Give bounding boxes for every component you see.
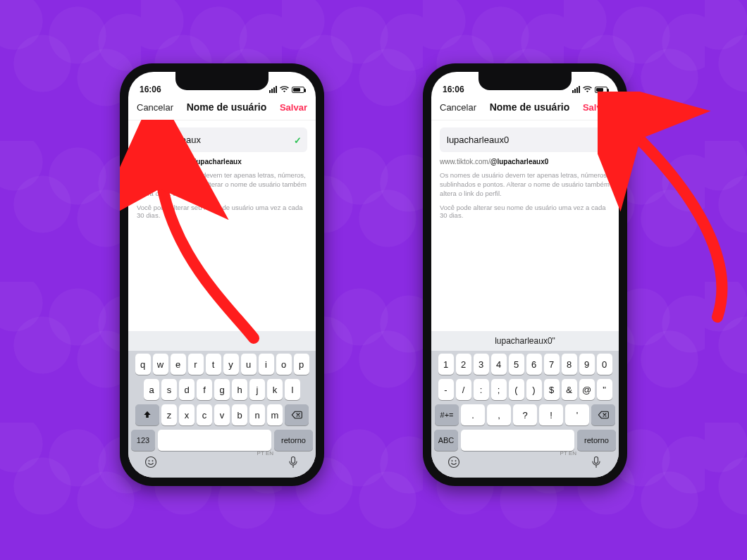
key-6[interactable]: 6 <box>526 354 542 375</box>
key-u[interactable]: u <box>241 354 257 375</box>
save-button[interactable]: Salvar <box>583 102 610 113</box>
key-w[interactable]: w <box>153 354 168 375</box>
dictation-key[interactable] <box>286 455 300 472</box>
key-z[interactable]: z <box>161 404 177 425</box>
backspace-key[interactable] <box>285 404 309 425</box>
dictation-key[interactable] <box>589 455 603 472</box>
nav-bar: Cancelar Nome de usuário Salvar <box>431 96 619 120</box>
key-8[interactable]: 8 <box>562 354 577 375</box>
phone-mockup-left: 16:06 Cancelar Nome de usuário Salvar lu… <box>120 63 324 486</box>
space-key[interactable] <box>461 430 574 451</box>
mode-switch-key[interactable]: 123 <box>131 430 155 451</box>
ios-keyboard[interactable]: lupacharleaux0" 1234567890 -/:;()$&@" #+… <box>431 331 619 478</box>
key-2[interactable]: 2 <box>456 354 471 375</box>
key-i[interactable]: i <box>259 354 274 375</box>
phone-notch <box>175 72 268 90</box>
key-s[interactable]: s <box>161 379 177 400</box>
key-c[interactable]: c <box>197 404 212 425</box>
emoji-key[interactable] <box>144 455 158 472</box>
key-m[interactable]: m <box>267 404 283 425</box>
space-key[interactable] <box>158 430 271 451</box>
status-time: 16:06 <box>443 85 464 94</box>
key-r[interactable]: r <box>188 354 204 375</box>
key-'[interactable]: ' <box>565 404 589 425</box>
key-9[interactable]: 9 <box>579 354 595 375</box>
key-j[interactable]: j <box>249 379 265 400</box>
backspace-key[interactable] <box>591 404 615 425</box>
key-![interactable]: ! <box>539 404 563 425</box>
kb-footer <box>131 451 313 472</box>
key-1[interactable]: 1 <box>438 354 454 375</box>
keyboard-suggestion-bar[interactable]: lupacharleaux0" <box>431 331 619 351</box>
phone-notch <box>479 72 572 90</box>
username-input[interactable]: lupacharleaux ✓ <box>137 127 307 152</box>
key--[interactable]: - <box>438 379 454 400</box>
key-4[interactable]: 4 <box>491 354 507 375</box>
status-right <box>269 85 304 94</box>
key-"[interactable]: " <box>597 379 612 400</box>
key-.[interactable]: . <box>461 404 485 425</box>
emoji-key[interactable] <box>447 455 461 472</box>
key-y[interactable]: y <box>223 354 239 375</box>
key-x[interactable]: x <box>179 404 195 425</box>
key-([interactable]: ( <box>509 379 524 400</box>
key-d[interactable]: d <box>179 379 195 400</box>
key-p[interactable]: p <box>294 354 309 375</box>
username-value: lupacharleaux0 <box>447 135 509 145</box>
key-o[interactable]: o <box>276 354 292 375</box>
return-key[interactable]: retorno <box>577 430 616 451</box>
key-g[interactable]: g <box>214 379 230 400</box>
symbols-switch-key[interactable]: #+= <box>435 404 459 425</box>
key-5[interactable]: 5 <box>509 354 524 375</box>
key-:[interactable]: : <box>474 379 489 400</box>
key-h[interactable]: h <box>232 379 247 400</box>
battery-icon <box>292 87 304 93</box>
key-?[interactable]: ? <box>513 404 537 425</box>
cancel-button[interactable]: Cancelar <box>440 102 476 113</box>
cancel-button[interactable]: Cancelar <box>137 102 173 113</box>
signal-icon <box>572 86 580 93</box>
key-;[interactable]: ; <box>491 379 507 400</box>
key-v[interactable]: v <box>214 404 230 425</box>
key-@[interactable]: @ <box>579 379 595 400</box>
key-)[interactable]: ) <box>526 379 542 400</box>
key-&[interactable]: & <box>562 379 577 400</box>
kb-row-2: -/:;()$&@" <box>434 379 616 400</box>
status-time: 16:06 <box>140 85 161 94</box>
key-l[interactable]: l <box>285 379 300 400</box>
key-e[interactable]: e <box>171 354 186 375</box>
keyboard-language-hint: PT EN <box>560 450 576 456</box>
content-area: lupacharleaux0 www.tiktok.com/@lupacharl… <box>431 120 619 331</box>
mode-switch-key[interactable]: ABC <box>434 430 458 451</box>
key-f[interactable]: f <box>197 379 212 400</box>
ios-keyboard[interactable]: qwertyuiop asdfghjkl zxcvbnm 123 retorno <box>128 331 316 478</box>
kb-row-bottom: 123 retorno <box>131 430 313 451</box>
url-prefix: www.tiktok.com/ <box>137 158 187 166</box>
key-3[interactable]: 3 <box>474 354 489 375</box>
return-key[interactable]: retorno <box>274 430 313 451</box>
key-q[interactable]: q <box>135 354 151 375</box>
signal-icon <box>269 86 277 93</box>
username-frequency-hint: Você pode alterar seu nome de usuário um… <box>440 204 610 219</box>
key-$[interactable]: $ <box>544 379 560 400</box>
key-,[interactable]: , <box>487 404 511 425</box>
key-t[interactable]: t <box>206 354 221 375</box>
key-0[interactable]: 0 <box>597 354 612 375</box>
wifi-icon <box>280 85 289 94</box>
shift-key[interactable] <box>135 404 159 425</box>
wifi-icon <box>583 85 592 94</box>
key-b[interactable]: b <box>232 404 247 425</box>
username-input[interactable]: lupacharleaux0 <box>440 127 610 152</box>
keyboard-suggestion-bar[interactable] <box>128 331 316 351</box>
page-title: Nome de usuário <box>187 101 267 113</box>
key-n[interactable]: n <box>249 404 265 425</box>
key-7[interactable]: 7 <box>544 354 560 375</box>
kb-row-bottom: ABC retorno <box>434 430 616 451</box>
key-k[interactable]: k <box>267 379 283 400</box>
kb-row-1: 1234567890 <box>434 354 616 375</box>
save-button[interactable]: Salvar <box>280 102 307 113</box>
battery-icon <box>595 87 607 93</box>
content-area: lupacharleaux ✓ www.tiktok.com/@lupachar… <box>128 120 316 331</box>
key-a[interactable]: a <box>144 379 159 400</box>
key-/[interactable]: / <box>456 379 471 400</box>
